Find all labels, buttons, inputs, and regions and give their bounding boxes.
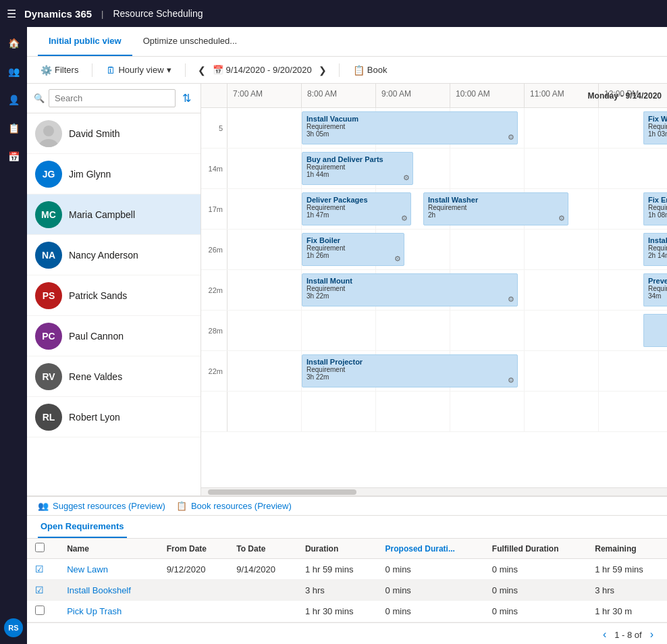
search-input[interactable]: [49, 89, 176, 107]
task-install-partial[interactable]: Install... Require... 2h 14m: [643, 233, 667, 266]
resource-row[interactable]: RV Rene Valdes: [27, 356, 201, 397]
tab-open-requirements[interactable]: Open Requirements: [38, 516, 127, 538]
top-navigation: ☰ Dynamics 365 | Resource Scheduling: [0, 0, 667, 27]
gantt-cells: Buy and Deliver Parts Requirement 1h 44m…: [227, 149, 667, 188]
avatar: NA: [35, 242, 62, 269]
requirement-link[interactable]: New Lawn: [67, 564, 108, 574]
pagination-prev[interactable]: ‹: [600, 627, 609, 642]
pagination: ‹ 1 - 8 of ›: [27, 622, 667, 644]
toolbar-separator-2: [185, 63, 186, 77]
tab-bar: Initial public view Optimize unscheduled…: [27, 27, 667, 57]
gantt-cells: [227, 392, 667, 431]
row-duration: 1 hr 30 mins: [297, 601, 377, 622]
resource-row[interactable]: PC Paul Cannon: [27, 316, 201, 356]
resource-row[interactable]: MC Maria Campbell: [27, 194, 201, 235]
task-fix-engine[interactable]: Fix Eng... Require... 1h 08m: [643, 192, 667, 225]
resource-row[interactable]: JG Jim Glynn: [27, 154, 201, 194]
task-settings-icon: ⚙: [558, 214, 565, 223]
suggest-resources-button[interactable]: 👥 Suggest resources (Preview): [38, 501, 165, 511]
time-slot-700: 7:00 AM: [228, 84, 302, 107]
requirement-link[interactable]: Install Bookshelf: [67, 585, 131, 595]
col-checkbox: [27, 539, 59, 559]
task-fix-washer[interactable]: Fix Wa... Require... 1h 03m: [643, 111, 667, 144]
date-next-button[interactable]: ❯: [315, 63, 331, 77]
users-icon[interactable]: 👥: [4, 62, 23, 81]
tab-initial-public-view[interactable]: Initial public view: [38, 27, 132, 56]
rs-badge[interactable]: RS: [4, 618, 23, 637]
gantt-cells: Install Vacuum Requirement 3h 05m ⚙ Fix …: [227, 108, 667, 148]
view-icon: 🗓: [106, 65, 115, 76]
bottom-panel: 👥 Suggest resources (Preview) 📋 Book res…: [27, 495, 667, 644]
home-icon[interactable]: 🏠: [4, 34, 23, 53]
row-duration: 28m: [201, 327, 227, 335]
date-prev-button[interactable]: ❮: [194, 63, 210, 77]
date-navigator: ❮ 📅 9/14/2020 - 9/20/2020 ❯: [194, 63, 331, 77]
resource-row[interactable]: NA Nancy Anderson: [27, 235, 201, 275]
filters-button[interactable]: ⚙️ Filters: [35, 62, 84, 78]
resource-name: Paul Cannon: [69, 331, 124, 342]
hourly-view-button[interactable]: 🗓 Hourly view ▾: [101, 62, 176, 78]
toolbar: ⚙️ Filters 🗓 Hourly view ▾ ❮ 📅 9/14/2020…: [27, 57, 667, 84]
task-partial-paul[interactable]: [643, 314, 667, 347]
hamburger-menu[interactable]: ☰: [7, 7, 16, 20]
requirement-link[interactable]: Pick Up Trash: [67, 606, 122, 616]
row-fulfilled: 0 mins: [484, 580, 587, 601]
toolbar-separator-1: [92, 63, 92, 77]
calendar-icon[interactable]: 📅: [4, 147, 23, 166]
task-deliver-packages[interactable]: Deliver Packages Requirement 1h 47m ⚙: [302, 192, 411, 225]
gantt-cell: [228, 108, 302, 148]
svg-point-0: [43, 126, 54, 136]
task-buy-deliver-parts[interactable]: Buy and Deliver Parts Requirement 1h 44m…: [302, 152, 413, 185]
sort-button[interactable]: ⇅: [180, 90, 194, 106]
timeline-header-cells: Monday - 9/14/2020 7:00 AM 8:00 AM 9:00 …: [227, 84, 667, 107]
gantt-rows-container: 5 Install Vacuum Requirement 3h 05m: [201, 108, 667, 487]
row-duration: 22m: [201, 286, 227, 294]
row-remaining: 1 hr 59 mins: [587, 559, 667, 580]
row-from-date: 9/12/2020: [159, 559, 229, 580]
gantt-cell: [599, 392, 667, 431]
book-button[interactable]: 📋 Book: [348, 62, 393, 78]
row-name-cell: New Lawn: [59, 559, 158, 580]
row-duration: 14m: [201, 165, 227, 173]
gantt-cell: [525, 149, 599, 188]
requirements-tabs: Open Requirements: [27, 516, 667, 539]
time-slot-800: 8:00 AM: [302, 84, 376, 107]
book-resources-button[interactable]: 📋 Book resources (Preview): [176, 501, 292, 511]
select-all-checkbox[interactable]: [35, 543, 45, 552]
task-install-washer[interactable]: Install Washer Requirement 2h ⚙: [423, 192, 568, 225]
row-duration: 3 hrs: [297, 580, 377, 601]
tab-optimize-unscheduled[interactable]: Optimize unscheduled...: [132, 27, 248, 56]
resource-row[interactable]: RL Robert Lyon: [27, 397, 201, 437]
col-proposed-duration[interactable]: Proposed Durati...: [377, 539, 484, 559]
gantt-row-patrick-sands: 22m Install Mount Requirement 3h 22m: [201, 270, 667, 311]
row-proposed: 0 mins: [377, 601, 484, 622]
gantt-cell: [228, 230, 302, 269]
resource-name: David Smith: [69, 128, 119, 139]
gantt-scrollbar-thumb[interactable]: [208, 489, 356, 495]
resource-row[interactable]: PS Patrick Sands: [27, 275, 201, 316]
task-fix-boiler[interactable]: Fix Boiler Requirement 1h 26m ⚙: [302, 233, 404, 266]
row-checkbox[interactable]: [35, 606, 45, 615]
gantt-cell: [228, 392, 302, 431]
row-checkbox-cell: ☑: [27, 559, 59, 580]
row-checkbox-cell: [27, 601, 59, 622]
task-install-vacuum[interactable]: Install Vacuum Requirement 3h 05m ⚙: [302, 111, 518, 144]
task-prevent-partial[interactable]: Prevent... Require... 34m: [643, 273, 667, 306]
gantt-row-paul-cannon: 28m: [201, 311, 667, 351]
task-install-projector[interactable]: Install Projector Requirement 3h 22m ⚙: [302, 354, 518, 387]
gantt-cell: [228, 270, 302, 310]
gantt-scrollbar[interactable]: [201, 487, 667, 495]
gantt-cell: [525, 392, 599, 431]
nav-separator: |: [101, 9, 103, 19]
timeline-header: Monday - 9/14/2020 7:00 AM 8:00 AM 9:00 …: [201, 84, 667, 108]
list-icon[interactable]: 📋: [4, 119, 23, 138]
resource-row[interactable]: David Smith: [27, 113, 201, 154]
gantt-cells: Fix Boiler Requirement 1h 26m ⚙ Install.…: [227, 230, 667, 269]
task-install-mount[interactable]: Install Mount Requirement 3h 22m ⚙: [302, 273, 518, 306]
row-duration: 26m: [201, 246, 227, 254]
pagination-next[interactable]: ›: [647, 627, 656, 642]
gantt-cell: [302, 392, 376, 431]
row-fulfilled: 0 mins: [484, 559, 587, 580]
person-icon[interactable]: 👤: [4, 90, 23, 109]
gantt-cell: [525, 270, 599, 310]
